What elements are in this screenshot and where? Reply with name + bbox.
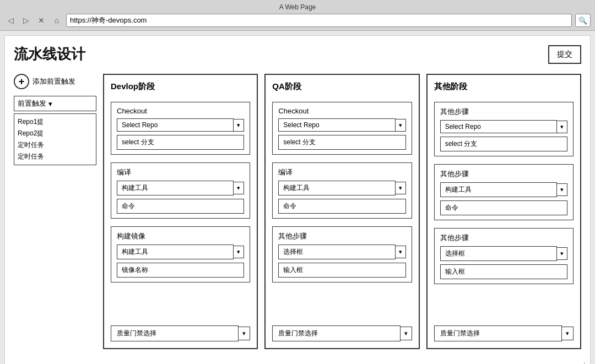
other-repo-arrow[interactable]: ▾ bbox=[557, 121, 567, 133]
devlop-compile-title: 编译 bbox=[117, 167, 244, 177]
devlop-repo-arrow[interactable]: ▾ bbox=[234, 119, 244, 132]
submit-button[interactable]: 提交 bbox=[548, 45, 581, 64]
stage-devlop-title: Devlop阶段 bbox=[111, 82, 250, 92]
devlop-compile-block: 编译 构建工具 ▾ 命令 bbox=[111, 162, 250, 219]
other-step3-title: 其他步骤 bbox=[440, 233, 567, 243]
stage-qa: QA阶段 Checkout Select Repo ▾ select 分支 编译… bbox=[264, 74, 419, 349]
add-trigger-label: 添加前置触发 bbox=[33, 77, 75, 86]
trigger-dropdown[interactable]: 前置触发 ▾ bbox=[14, 96, 96, 111]
other-select-row: 选择框 ▾ bbox=[440, 246, 567, 261]
menu-item-repo2[interactable]: Repo2提 bbox=[18, 128, 93, 139]
devlop-quality-gate: 质量门禁选择 ▾ bbox=[111, 325, 250, 341]
qa-build-tool[interactable]: 构建工具 bbox=[278, 181, 395, 195]
page-title: 流水线设计 bbox=[14, 45, 85, 64]
other-step2-block: 其他步骤 构建工具 ▾ 命令 bbox=[434, 164, 574, 220]
qa-command[interactable]: 命令 bbox=[278, 199, 405, 214]
page-header: 流水线设计 提交 bbox=[14, 45, 581, 64]
other-build-tool[interactable]: 构建工具 bbox=[440, 182, 557, 197]
devlop-command[interactable]: 命令 bbox=[117, 199, 244, 214]
devlop-checkout-block: Checkout Select Repo ▾ select 分支 bbox=[111, 102, 250, 155]
devlop-quality-select[interactable]: 质量门禁选择 bbox=[111, 325, 239, 341]
menu-item-schedule2[interactable]: 定时任务 bbox=[18, 151, 93, 162]
qa-other-input[interactable]: 输入框 bbox=[278, 263, 405, 278]
other-select-branch[interactable]: select 分支 bbox=[440, 137, 567, 151]
trigger-menu: Repo1提 Repo2提 定时任务 定时任务 bbox=[14, 113, 96, 165]
devlop-build-tool-row: 构建工具 ▾ bbox=[117, 181, 244, 195]
devlop-quality-row: 质量门禁选择 ▾ bbox=[111, 325, 250, 341]
menu-item-repo1[interactable]: Repo1提 bbox=[18, 116, 93, 128]
add-trigger-button[interactable]: + 添加前置触发 bbox=[14, 74, 96, 89]
stage-qa-title: QA阶段 bbox=[272, 82, 412, 92]
forward-button[interactable]: ▷ bbox=[20, 14, 32, 26]
devlop-image-name[interactable]: 镜像名称 bbox=[117, 263, 244, 278]
qa-other-select-row: 选择框 ▾ bbox=[278, 245, 405, 259]
other-quality-gate: 质量门禁选择 ▾ bbox=[434, 325, 574, 341]
other-repo-row: Select Repo ▾ bbox=[440, 120, 567, 133]
other-select-repo[interactable]: Select Repo bbox=[440, 120, 557, 133]
close-button[interactable]: ✕ bbox=[35, 14, 47, 26]
add-icon: + bbox=[14, 74, 29, 89]
other-build-tool-row: 构建工具 ▾ bbox=[440, 182, 567, 197]
devlop-build-image-block: 构建镜像 构建工具 ▾ 镜像名称 bbox=[111, 226, 250, 282]
qa-repo-row: Select Repo ▾ bbox=[278, 118, 405, 132]
qa-other-arrow[interactable]: ▾ bbox=[396, 246, 406, 258]
devlop-build-image-title: 构建镜像 bbox=[117, 231, 244, 241]
qa-compile-block: 编译 构建工具 ▾ 命令 bbox=[272, 162, 412, 219]
devlop-select-repo[interactable]: Select Repo bbox=[117, 118, 234, 132]
stage-other: 其他阶段 其他步骤 Select Repo ▾ select 分支 其他步骤 构… bbox=[426, 74, 581, 349]
browser-chrome: A Web Page ◁ ▷ ✕ ⌂ 🔍 bbox=[0, 0, 595, 31]
main-layout: + 添加前置触发 前置触发 ▾ Repo1提 Repo2提 定时任务 定时任务 … bbox=[14, 74, 581, 349]
resize-icon: ⌟ bbox=[582, 357, 586, 364]
back-button[interactable]: ◁ bbox=[4, 14, 17, 26]
home-button[interactable]: ⌂ bbox=[51, 14, 63, 26]
devlop-checkout-title: Checkout bbox=[117, 107, 244, 115]
devlop-build-tool[interactable]: 构建工具 bbox=[117, 181, 234, 195]
other-input-field[interactable]: 输入框 bbox=[440, 264, 567, 279]
qa-other-title: 其他步骤 bbox=[278, 231, 405, 241]
left-panel: + 添加前置触发 前置触发 ▾ Repo1提 Repo2提 定时任务 定时任务 bbox=[14, 74, 96, 165]
qa-compile-title: 编译 bbox=[278, 167, 405, 177]
devlop-image-arrow[interactable]: ▾ bbox=[234, 246, 244, 258]
devlop-repo-row: Select Repo ▾ bbox=[117, 118, 244, 132]
other-build-arrow[interactable]: ▾ bbox=[557, 183, 567, 196]
other-step1-title: 其他步骤 bbox=[440, 107, 567, 117]
qa-build-arrow[interactable]: ▾ bbox=[396, 182, 406, 194]
url-bar[interactable] bbox=[66, 14, 572, 27]
devlop-image-tool[interactable]: 构建工具 bbox=[117, 245, 234, 259]
qa-checkout-title: Checkout bbox=[278, 107, 405, 115]
devlop-select-branch[interactable]: select 分支 bbox=[117, 135, 244, 150]
qa-repo-arrow[interactable]: ▾ bbox=[396, 119, 406, 132]
other-select-arrow[interactable]: ▾ bbox=[557, 247, 567, 260]
devlop-build-arrow[interactable]: ▾ bbox=[234, 182, 244, 194]
qa-other-select[interactable]: 选择框 bbox=[278, 245, 395, 259]
stage-other-title: 其他阶段 bbox=[434, 82, 574, 92]
other-select-field[interactable]: 选择框 bbox=[440, 246, 557, 261]
qa-quality-row: 质量门禁选择 ▾ bbox=[272, 325, 412, 341]
search-button[interactable]: 🔍 bbox=[575, 14, 591, 27]
stage-devlop: Devlop阶段 Checkout Select Repo ▾ select 分… bbox=[103, 74, 258, 349]
browser-toolbar: ◁ ▷ ✕ ⌂ 🔍 bbox=[4, 14, 591, 27]
devlop-quality-arrow[interactable]: ▾ bbox=[239, 327, 250, 340]
other-step2-title: 其他步骤 bbox=[440, 169, 567, 179]
devlop-image-tool-row: 构建工具 ▾ bbox=[117, 245, 244, 259]
qa-select-branch[interactable]: select 分支 bbox=[278, 135, 405, 150]
qa-checkout-block: Checkout Select Repo ▾ select 分支 bbox=[272, 102, 412, 155]
qa-quality-gate: 质量门禁选择 ▾ bbox=[272, 325, 412, 341]
menu-item-schedule1[interactable]: 定时任务 bbox=[18, 139, 93, 151]
qa-other-block: 其他步骤 选择框 ▾ 输入框 bbox=[272, 226, 412, 282]
other-quality-arrow[interactable]: ▾ bbox=[562, 327, 574, 340]
trigger-dropdown-label: 前置触发 bbox=[18, 99, 46, 108]
qa-select-repo[interactable]: Select Repo bbox=[278, 118, 395, 132]
browser-title: A Web Page bbox=[4, 3, 591, 11]
trigger-dropdown-arrow: ▾ bbox=[48, 100, 52, 108]
other-command[interactable]: 命令 bbox=[440, 200, 567, 215]
page-content: 流水线设计 提交 + 添加前置触发 前置触发 ▾ Repo1提 Repo2提 定… bbox=[4, 35, 591, 364]
qa-quality-select[interactable]: 质量门禁选择 bbox=[272, 325, 400, 341]
qa-build-tool-row: 构建工具 ▾ bbox=[278, 181, 405, 195]
other-step3-block: 其他步骤 选择框 ▾ 输入框 bbox=[434, 228, 574, 284]
stages-container: Devlop阶段 Checkout Select Repo ▾ select 分… bbox=[103, 74, 581, 349]
other-quality-select[interactable]: 质量门禁选择 bbox=[434, 325, 562, 341]
qa-quality-arrow[interactable]: ▾ bbox=[401, 327, 412, 340]
other-step1-block: 其他步骤 Select Repo ▾ select 分支 bbox=[434, 102, 574, 156]
other-quality-row: 质量门禁选择 ▾ bbox=[434, 325, 574, 341]
